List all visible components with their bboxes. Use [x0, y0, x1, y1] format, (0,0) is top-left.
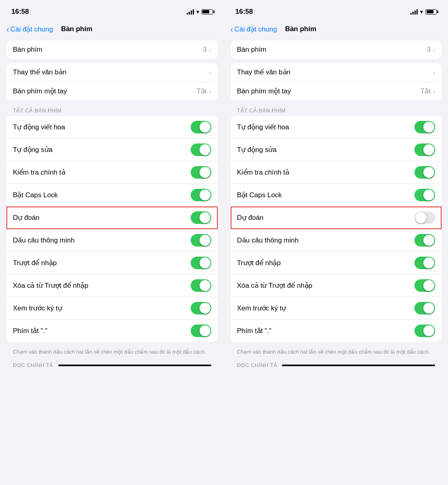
back-chevron-right: ‹ — [231, 25, 233, 33]
caps-lock-row-right[interactable]: Bật Caps Lock — [231, 184, 442, 207]
replace-text-chevron-left: › — [209, 69, 211, 76]
back-button-right[interactable]: ‹ Cài đặt chung — [231, 25, 277, 34]
char-preview-row-left[interactable]: Xem trước ký tự — [6, 297, 218, 320]
card2-left: Thay thế văn bản › Bàn phím một tay Tắt … — [6, 63, 218, 100]
prediction-toggle-right[interactable] — [414, 211, 435, 224]
smart-punc-label-right: Dấu câu thông minh — [237, 236, 299, 245]
swipe-toggle-left[interactable] — [191, 257, 211, 269]
toggles-card-right: Tự động viết hoa Tự động sửa Kiểm tra ch… — [231, 116, 442, 342]
char-preview-toggle-right[interactable] — [414, 302, 435, 314]
auto-cap-toggle-right[interactable] — [414, 121, 435, 133]
card2-right: Thay thế văn bản › Bàn phím một tay Tắt … — [231, 63, 442, 100]
section-header-left: TẤT CẢ BÀN PHÍM — [6, 104, 218, 116]
shortcut-row-right[interactable]: Phím tắt "." — [231, 320, 442, 342]
one-hand-right-right: Tắt › — [421, 87, 435, 95]
spell-check-label-left: Kiểm tra chính tả — [13, 168, 65, 177]
signal-icon-left — [187, 9, 194, 15]
spell-check-row-right[interactable]: Kiểm tra chính tả — [231, 161, 442, 184]
battery-icon-right — [425, 9, 437, 15]
replace-text-label-right: Thay thế văn bản — [237, 68, 290, 76]
delete-swipe-row-left[interactable]: Xóa cả từ Trượt để nhập — [6, 274, 218, 297]
char-preview-label-left: Xem trước ký tự — [13, 304, 62, 312]
prediction-row-right[interactable]: Dự đoán — [231, 207, 442, 229]
delete-swipe-toggle-left[interactable] — [191, 279, 211, 292]
card1-left: Bàn phím 3 › — [6, 40, 218, 59]
swipe-label-right: Trượt để nhập — [237, 259, 281, 267]
smart-punc-toggle-right[interactable] — [414, 234, 435, 247]
char-preview-toggle-left[interactable] — [191, 302, 211, 314]
shortcut-row-left[interactable]: Phím tắt "." — [6, 320, 218, 342]
char-preview-row-right[interactable]: Xem trước ký tự — [231, 297, 442, 320]
time-right: 16:58 — [236, 8, 253, 16]
footer-note-left: Chạm vào thanh dấu cách hai lần sẽ chèn … — [6, 346, 218, 358]
auto-cap-row-right[interactable]: Tự động viết hoa — [231, 116, 442, 139]
keyboard-right-left: 3 › — [203, 46, 211, 54]
keyboard-chevron-left: › — [209, 46, 211, 53]
keyboard-chevron-right: › — [433, 46, 435, 53]
keyboard-row-left[interactable]: Bàn phím 3 › — [6, 40, 218, 59]
caps-lock-row-left[interactable]: Bật Caps Lock — [6, 184, 218, 207]
back-label-left: Cài đặt chung — [11, 25, 53, 34]
smart-punc-toggle-left[interactable] — [191, 234, 211, 247]
back-button-left[interactable]: ‹ Cài đặt chung — [6, 25, 53, 34]
auto-cap-row-left[interactable]: Tự động viết hoa — [6, 116, 218, 139]
spell-check-toggle-right[interactable] — [414, 166, 435, 179]
doc-section-right: ĐỌC CHÍNH TẢ — [231, 358, 442, 371]
back-chevron-left: ‹ — [6, 25, 9, 33]
one-hand-row-right[interactable]: Bàn phím một tay Tắt › — [231, 82, 442, 100]
status-icons-right: ▾ — [410, 8, 437, 15]
one-hand-value-right: Tắt — [421, 87, 431, 95]
smart-punc-row-right[interactable]: Dấu câu thông minh — [231, 229, 442, 252]
replace-text-row-left[interactable]: Thay thế văn bản › — [6, 63, 218, 82]
content-left: Bàn phím 3 › Thay thế văn bản › Bàn phím… — [0, 40, 224, 485]
keyboard-label-right: Bàn phím — [237, 46, 267, 54]
smart-punc-row-left[interactable]: Dấu câu thông minh — [6, 229, 218, 252]
prediction-row-left[interactable]: Dự đoán — [6, 207, 218, 229]
shortcut-label-left: Phím tắt "." — [13, 327, 47, 335]
keyboard-value-left: 3 — [203, 46, 206, 54]
back-label-right: Cài đặt chung — [234, 25, 277, 34]
one-hand-row-left[interactable]: Bàn phím một tay Tắt › — [6, 82, 218, 100]
auto-cap-toggle-left[interactable] — [191, 121, 211, 133]
auto-correct-row-right[interactable]: Tự động sửa — [231, 139, 442, 161]
doc-bar-right — [282, 365, 435, 366]
content-right: Bàn phím 3 › Thay thế văn bản › Bàn phím… — [224, 40, 448, 485]
one-hand-value-left: Tắt — [196, 87, 206, 95]
replace-text-row-right[interactable]: Thay thế văn bản › — [231, 63, 442, 82]
shortcut-label-right: Phím tắt "." — [237, 327, 271, 335]
spell-check-row-left[interactable]: Kiểm tra chính tả — [6, 161, 218, 184]
caps-lock-label-left: Bật Caps Lock — [13, 191, 58, 199]
one-hand-chevron-right: › — [433, 88, 435, 95]
swipe-row-right[interactable]: Trượt để nhập — [231, 252, 442, 274]
replace-text-label-left: Thay thế văn bản — [13, 68, 66, 76]
caps-lock-toggle-right[interactable] — [414, 189, 435, 201]
keyboard-row-right[interactable]: Bàn phím 3 › — [231, 40, 442, 59]
auto-correct-toggle-left[interactable] — [191, 143, 211, 156]
doc-bar-left — [58, 365, 211, 366]
delete-swipe-toggle-right[interactable] — [414, 279, 435, 292]
swipe-row-left[interactable]: Trượt để nhập — [6, 252, 218, 274]
auto-correct-label-right: Tự động sửa — [237, 146, 277, 154]
spell-check-toggle-left[interactable] — [191, 166, 211, 179]
shortcut-toggle-right[interactable] — [414, 325, 435, 337]
auto-cap-label-right: Tự động viết hoa — [237, 123, 289, 131]
delete-swipe-row-right[interactable]: Xóa cả từ Trượt để nhập — [231, 274, 442, 297]
caps-lock-toggle-left[interactable] — [191, 189, 211, 201]
page-title-right: Bàn phím — [285, 25, 316, 33]
replace-text-right-left: › — [209, 69, 211, 76]
char-preview-label-right: Xem trước ký tự — [237, 304, 286, 312]
auto-correct-row-left[interactable]: Tự động sửa — [6, 139, 218, 161]
swipe-toggle-right[interactable] — [414, 257, 435, 269]
prediction-label-left: Dự đoán — [13, 213, 40, 222]
status-bar-right: 16:58 ▾ — [224, 0, 448, 20]
one-hand-chevron-left: › — [209, 88, 211, 95]
swipe-label-left: Trượt để nhập — [13, 259, 57, 267]
one-hand-right-left: Tắt › — [196, 87, 211, 95]
keyboard-label-left: Bàn phím — [13, 46, 42, 54]
right-panel: 16:58 ▾ ‹ Cài đặt chung Bàn phím Bàn phí — [224, 0, 448, 485]
left-panel: 16:58 ▾ ‹ Cài đặt chung Bàn phím Bàn phí — [0, 0, 224, 485]
prediction-toggle-left[interactable] — [191, 211, 211, 224]
auto-correct-toggle-right[interactable] — [414, 143, 435, 156]
shortcut-toggle-left[interactable] — [191, 325, 211, 337]
delete-swipe-label-left: Xóa cả từ Trượt để nhập — [13, 281, 88, 290]
